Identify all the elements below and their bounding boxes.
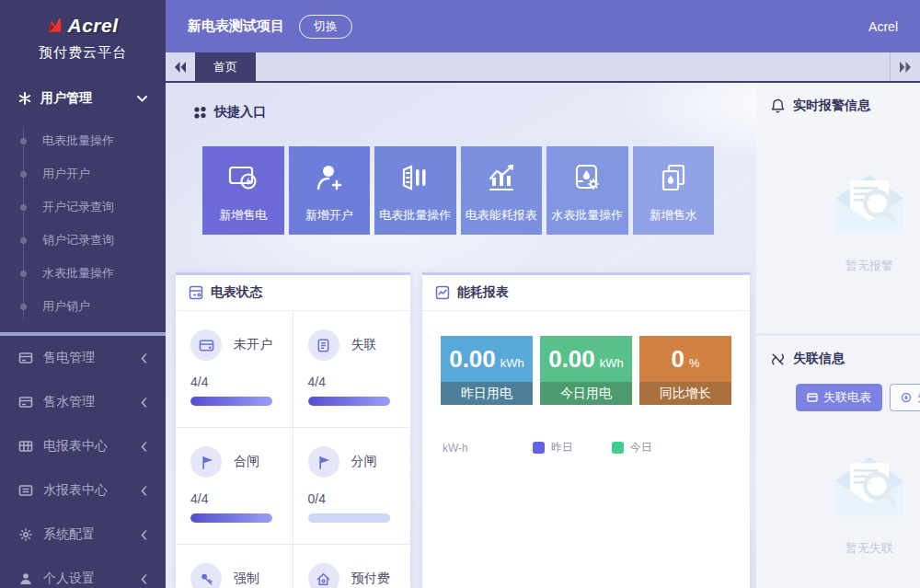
tab-bar: 首页 [166,52,920,83]
status-count: 4/4 [308,375,398,389]
card-icon [18,351,33,365]
offline-electric-meter-button[interactable]: 失联电表 [796,384,882,411]
sidebar-item-electric-sale[interactable]: 售电管理 [0,336,166,380]
chevron-down-icon [137,96,147,102]
progress-bar [190,397,272,406]
gear-icon [18,527,33,542]
offline-info-section: 失联信息 失联电表 失联水表 暂无失联 [756,336,920,588]
sidebar-divider [0,332,166,336]
legend-yesterday[interactable]: 昨日 [533,440,573,455]
empty-envelope-illustration [827,450,912,522]
chevron-left-icon [141,353,147,363]
flag-icon [190,446,222,478]
water-meter-small-icon [901,392,912,403]
user-name[interactable]: Acrel [868,19,898,34]
acrel-logo-icon [47,17,63,34]
offline-water-meter-button[interactable]: 失联水表 [890,384,920,411]
sidebar-item-open-record[interactable]: 开户记录查询 [0,190,166,224]
bell-icon [771,98,785,113]
quick-button-new-water-sale[interactable]: 新增售水 [633,146,715,235]
stat-label: 昨日用电 [441,382,533,405]
switch-project-button[interactable]: 切换 [299,15,352,39]
energy-stat-cards: 0.00 kWh 昨日用电 0.00 kWh 今日用电 [441,336,731,405]
status-cell-not-opened: 未开户 4/4 [176,311,293,428]
tabs-scroll-right-button[interactable] [890,52,920,81]
status-cell-offline: 失联 4/4 [293,311,411,428]
quick-button-new-account[interactable]: 新增开户 [289,146,371,235]
person-icon [18,571,33,586]
meter-status-cells: 未开户 4/4 失联 4/4 [176,311,410,588]
sidebar-item-meter-batch[interactable]: 电表批量操作 [0,124,166,157]
legend-swatch [533,442,545,454]
document-icon [18,483,33,498]
sidebar-item-water-batch[interactable]: 水表批量操作 [0,257,166,290]
key-icon [190,563,222,588]
quick-entry-buttons: 新增售电 新增开户 电表批量操作 电表能耗报表 [202,146,714,235]
tabs-scroll-left-button[interactable] [166,52,195,81]
card-icon [18,395,33,409]
progress-bar [308,397,391,406]
flag-icon [308,446,339,478]
top-header: 新电表测试项目 切换 Acrel [166,0,920,52]
home-icon [308,563,339,588]
chevron-left-icon [141,398,147,408]
electric-meter-icon [398,161,431,194]
status-cell-switch-closed: 合闸 4/4 [176,428,293,545]
stat-value: 0.00 [548,345,595,374]
status-cell-forced: 强制 [176,545,293,588]
energy-report-title: 能耗报表 [457,284,509,301]
energy-chart-icon [485,161,518,194]
energy-report-header: 能耗报表 [422,275,750,311]
table-icon [18,439,33,454]
status-count: 4/4 [190,375,280,389]
stat-unit: kWh [500,356,524,370]
quick-entry-header: 快捷入口 [193,104,750,121]
stat-card-growth: 0 % 同比增长 [639,336,731,405]
sidebar-item-user-management[interactable]: 用户管理 [0,78,166,119]
empty-envelope-illustration [827,167,912,239]
offline-empty-state: 暂无失联 [771,450,920,557]
offline-filter-buttons: 失联电表 失联水表 [796,384,920,411]
water-meter-gear-icon [570,161,604,194]
sidebar-item-electric-report-center[interactable]: 电报表中心 [0,424,166,468]
quick-button-meter-batch[interactable]: 电表批量操作 [374,146,456,235]
energy-report-panel: 能耗报表 0.00 kWh 昨日用电 0.00 kWh [422,272,750,588]
quick-button-water-batch[interactable]: 水表批量操作 [546,146,628,235]
stat-unit: kWh [600,356,624,370]
stat-card-today: 0.00 kWh 今日用电 [540,336,632,405]
stat-value: 0 [671,345,684,374]
stat-value: 0.00 [449,345,496,374]
legend-swatch [612,442,624,454]
sidebar-item-open-account[interactable]: 用户开户 [0,157,166,190]
legend-today[interactable]: 今日 [612,440,652,455]
offline-empty-text: 暂无失联 [845,540,893,557]
logo-text: Acrel [67,15,118,37]
stat-unit: % [689,356,700,370]
meter-status-header: 电表状态 [176,275,410,311]
quick-button-new-electric-sale[interactable]: 新增售电 [202,146,284,235]
quick-button-energy-report[interactable]: 电表能耗报表 [461,146,543,235]
project-name: 新电表测试项目 [188,17,284,35]
sidebar-item-water-report-center[interactable]: 水报表中心 [0,468,166,513]
sidebar-item-personal-settings[interactable]: 个人设置 [0,557,166,588]
realtime-alarm-title: 实时报警信息 [793,98,870,114]
chart-icon [435,285,450,300]
meter-status-title: 电表状态 [211,284,262,301]
chevron-left-icon [141,530,147,540]
sidebar-item-close-record[interactable]: 销户记录查询 [0,224,166,257]
meter-small-icon [807,392,818,403]
sidebar-item-close-account[interactable]: 用户销户 [0,290,166,323]
tab-home[interactable]: 首页 [195,52,256,81]
disconnect-icon [771,352,785,366]
realtime-alarm-header: 实时报警信息 [771,98,920,114]
chevron-left-icon [141,442,147,452]
platform-subtitle: 预付费云平台 [0,44,166,62]
sidebar-item-system-config[interactable]: 系统配置 [0,513,166,557]
sidebar-item-water-sale[interactable]: 售水管理 [0,380,166,424]
realtime-alarm-section: 实时报警信息 暂无报警 [756,83,920,333]
right-panel: 实时报警信息 暂无报警 失联信息 失联电表 [756,83,920,588]
asterisk-icon [18,92,31,105]
energy-chart-meta: kW-h 昨日 今日 [443,440,731,455]
sell-water-icon [657,161,690,194]
axis-unit-label: kW-h [443,442,468,455]
